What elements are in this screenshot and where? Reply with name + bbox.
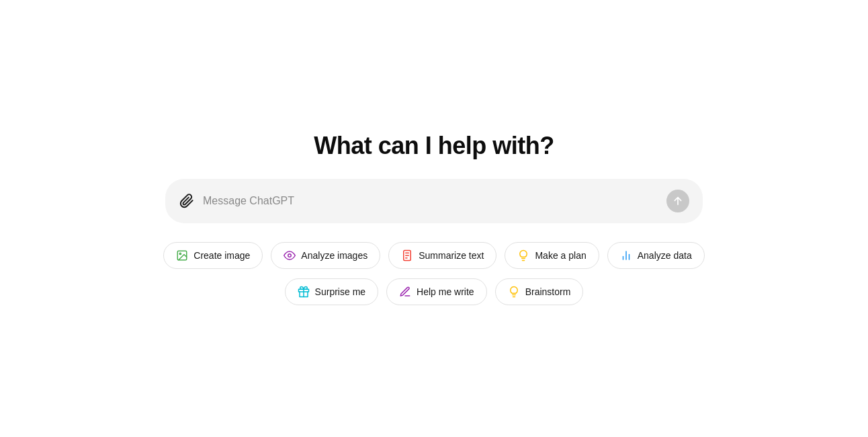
- action-row-1: Create image Analyze images: [163, 242, 704, 269]
- svg-point-1: [180, 253, 181, 254]
- bulb2-icon: [508, 286, 520, 298]
- gift-icon: [298, 286, 310, 298]
- bulb-icon: [517, 249, 529, 262]
- action-row-2: Surprise me Help me write Brainstor: [285, 278, 584, 305]
- message-input[interactable]: [203, 195, 658, 207]
- pen-icon: [399, 286, 411, 298]
- eye-icon: [284, 249, 296, 262]
- main-container: What can I help with?: [132, 132, 736, 305]
- surprise-me-button[interactable]: Surprise me: [285, 278, 378, 305]
- analyze-images-button[interactable]: Analyze images: [271, 242, 380, 269]
- create-image-button[interactable]: Create image: [163, 242, 263, 269]
- page-title: What can I help with?: [314, 132, 554, 160]
- summarize-text-label: Summarize text: [419, 250, 484, 261]
- doc-icon: [401, 249, 413, 262]
- brainstorm-button[interactable]: Brainstorm: [495, 278, 584, 305]
- make-a-plan-button[interactable]: Make a plan: [505, 242, 599, 269]
- surprise-me-label: Surprise me: [315, 286, 365, 297]
- summarize-text-button[interactable]: Summarize text: [388, 242, 496, 269]
- svg-point-2: [288, 254, 292, 257]
- brainstorm-label: Brainstorm: [525, 286, 571, 297]
- send-button[interactable]: [666, 190, 689, 212]
- help-me-write-label: Help me write: [417, 286, 474, 297]
- analyze-data-label: Analyze data: [638, 250, 692, 261]
- action-buttons: Create image Analyze images: [163, 242, 704, 305]
- input-wrapper: [165, 179, 703, 223]
- image-icon: [176, 249, 188, 262]
- analyze-images-label: Analyze images: [301, 250, 367, 261]
- chart-icon: [620, 249, 632, 262]
- create-image-label: Create image: [193, 250, 250, 261]
- help-me-write-button[interactable]: Help me write: [386, 278, 487, 305]
- attach-icon[interactable]: [179, 193, 195, 209]
- analyze-data-button[interactable]: Analyze data: [607, 242, 705, 269]
- make-a-plan-label: Make a plan: [535, 250, 586, 261]
